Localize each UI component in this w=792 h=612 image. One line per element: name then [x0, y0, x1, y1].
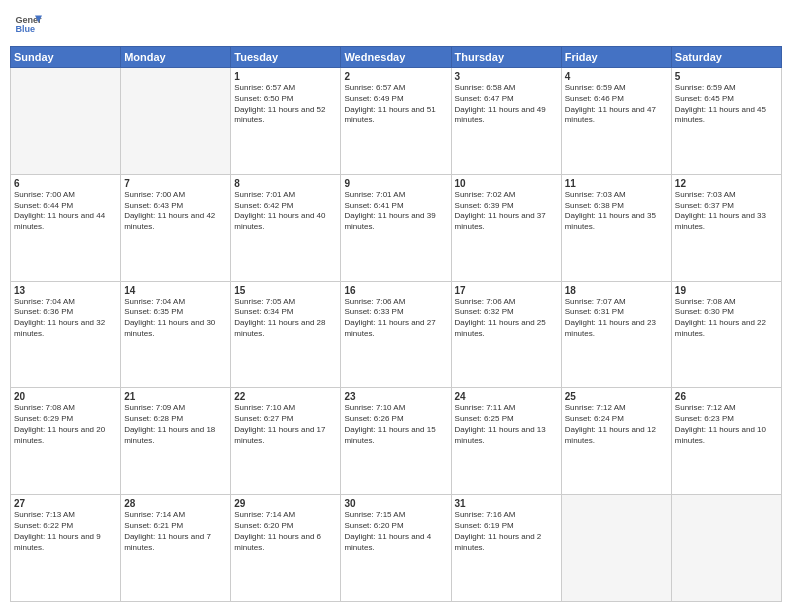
day-info: Sunrise: 7:05 AM Sunset: 6:34 PM Dayligh… [234, 297, 337, 340]
calendar-cell: 11Sunrise: 7:03 AM Sunset: 6:38 PM Dayli… [561, 174, 671, 281]
day-info: Sunrise: 7:01 AM Sunset: 6:41 PM Dayligh… [344, 190, 447, 233]
day-info: Sunrise: 7:14 AM Sunset: 6:21 PM Dayligh… [124, 510, 227, 553]
day-number: 30 [344, 498, 447, 509]
calendar-cell: 12Sunrise: 7:03 AM Sunset: 6:37 PM Dayli… [671, 174, 781, 281]
day-number: 4 [565, 71, 668, 82]
day-info: Sunrise: 7:06 AM Sunset: 6:32 PM Dayligh… [455, 297, 558, 340]
calendar-cell: 18Sunrise: 7:07 AM Sunset: 6:31 PM Dayli… [561, 281, 671, 388]
day-number: 5 [675, 71, 778, 82]
calendar-cell: 15Sunrise: 7:05 AM Sunset: 6:34 PM Dayli… [231, 281, 341, 388]
weekday-header-thursday: Thursday [451, 47, 561, 68]
calendar-cell: 30Sunrise: 7:15 AM Sunset: 6:20 PM Dayli… [341, 495, 451, 602]
calendar-cell: 14Sunrise: 7:04 AM Sunset: 6:35 PM Dayli… [121, 281, 231, 388]
day-number: 22 [234, 391, 337, 402]
calendar-cell: 3Sunrise: 6:58 AM Sunset: 6:47 PM Daylig… [451, 68, 561, 175]
calendar-cell: 10Sunrise: 7:02 AM Sunset: 6:39 PM Dayli… [451, 174, 561, 281]
calendar-cell: 13Sunrise: 7:04 AM Sunset: 6:36 PM Dayli… [11, 281, 121, 388]
calendar-cell: 22Sunrise: 7:10 AM Sunset: 6:27 PM Dayli… [231, 388, 341, 495]
calendar-cell: 17Sunrise: 7:06 AM Sunset: 6:32 PM Dayli… [451, 281, 561, 388]
day-info: Sunrise: 6:57 AM Sunset: 6:50 PM Dayligh… [234, 83, 337, 126]
day-number: 16 [344, 285, 447, 296]
weekday-header-sunday: Sunday [11, 47, 121, 68]
day-info: Sunrise: 7:01 AM Sunset: 6:42 PM Dayligh… [234, 190, 337, 233]
day-info: Sunrise: 7:03 AM Sunset: 6:38 PM Dayligh… [565, 190, 668, 233]
day-info: Sunrise: 7:03 AM Sunset: 6:37 PM Dayligh… [675, 190, 778, 233]
day-info: Sunrise: 6:59 AM Sunset: 6:46 PM Dayligh… [565, 83, 668, 126]
svg-text:Blue: Blue [15, 24, 35, 34]
day-number: 26 [675, 391, 778, 402]
calendar-cell: 25Sunrise: 7:12 AM Sunset: 6:24 PM Dayli… [561, 388, 671, 495]
calendar-cell: 20Sunrise: 7:08 AM Sunset: 6:29 PM Dayli… [11, 388, 121, 495]
day-info: Sunrise: 7:09 AM Sunset: 6:28 PM Dayligh… [124, 403, 227, 446]
day-number: 9 [344, 178, 447, 189]
calendar-cell: 31Sunrise: 7:16 AM Sunset: 6:19 PM Dayli… [451, 495, 561, 602]
week-row-1: 1Sunrise: 6:57 AM Sunset: 6:50 PM Daylig… [11, 68, 782, 175]
calendar-cell: 9Sunrise: 7:01 AM Sunset: 6:41 PM Daylig… [341, 174, 451, 281]
day-number: 12 [675, 178, 778, 189]
day-number: 2 [344, 71, 447, 82]
day-number: 23 [344, 391, 447, 402]
day-info: Sunrise: 7:10 AM Sunset: 6:27 PM Dayligh… [234, 403, 337, 446]
day-info: Sunrise: 7:15 AM Sunset: 6:20 PM Dayligh… [344, 510, 447, 553]
day-number: 31 [455, 498, 558, 509]
day-info: Sunrise: 7:06 AM Sunset: 6:33 PM Dayligh… [344, 297, 447, 340]
day-number: 3 [455, 71, 558, 82]
calendar-cell: 28Sunrise: 7:14 AM Sunset: 6:21 PM Dayli… [121, 495, 231, 602]
day-info: Sunrise: 7:00 AM Sunset: 6:44 PM Dayligh… [14, 190, 117, 233]
calendar-cell: 16Sunrise: 7:06 AM Sunset: 6:33 PM Dayli… [341, 281, 451, 388]
calendar-cell: 6Sunrise: 7:00 AM Sunset: 6:44 PM Daylig… [11, 174, 121, 281]
day-info: Sunrise: 7:04 AM Sunset: 6:36 PM Dayligh… [14, 297, 117, 340]
calendar-cell: 1Sunrise: 6:57 AM Sunset: 6:50 PM Daylig… [231, 68, 341, 175]
day-info: Sunrise: 7:11 AM Sunset: 6:25 PM Dayligh… [455, 403, 558, 446]
day-info: Sunrise: 6:58 AM Sunset: 6:47 PM Dayligh… [455, 83, 558, 126]
day-info: Sunrise: 7:02 AM Sunset: 6:39 PM Dayligh… [455, 190, 558, 233]
calendar-cell: 21Sunrise: 7:09 AM Sunset: 6:28 PM Dayli… [121, 388, 231, 495]
day-info: Sunrise: 7:10 AM Sunset: 6:26 PM Dayligh… [344, 403, 447, 446]
weekday-header-row: SundayMondayTuesdayWednesdayThursdayFrid… [11, 47, 782, 68]
day-number: 11 [565, 178, 668, 189]
day-number: 28 [124, 498, 227, 509]
day-number: 7 [124, 178, 227, 189]
day-number: 13 [14, 285, 117, 296]
day-number: 19 [675, 285, 778, 296]
day-info: Sunrise: 7:14 AM Sunset: 6:20 PM Dayligh… [234, 510, 337, 553]
day-number: 1 [234, 71, 337, 82]
calendar-cell: 5Sunrise: 6:59 AM Sunset: 6:45 PM Daylig… [671, 68, 781, 175]
day-number: 21 [124, 391, 227, 402]
calendar-cell: 2Sunrise: 6:57 AM Sunset: 6:49 PM Daylig… [341, 68, 451, 175]
day-number: 20 [14, 391, 117, 402]
week-row-4: 20Sunrise: 7:08 AM Sunset: 6:29 PM Dayli… [11, 388, 782, 495]
day-info: Sunrise: 7:00 AM Sunset: 6:43 PM Dayligh… [124, 190, 227, 233]
day-info: Sunrise: 6:59 AM Sunset: 6:45 PM Dayligh… [675, 83, 778, 126]
calendar-cell [11, 68, 121, 175]
header: General Blue [10, 10, 782, 38]
weekday-header-wednesday: Wednesday [341, 47, 451, 68]
calendar-cell: 29Sunrise: 7:14 AM Sunset: 6:20 PM Dayli… [231, 495, 341, 602]
day-info: Sunrise: 7:08 AM Sunset: 6:29 PM Dayligh… [14, 403, 117, 446]
day-info: Sunrise: 7:12 AM Sunset: 6:23 PM Dayligh… [675, 403, 778, 446]
day-number: 25 [565, 391, 668, 402]
day-info: Sunrise: 7:07 AM Sunset: 6:31 PM Dayligh… [565, 297, 668, 340]
day-number: 17 [455, 285, 558, 296]
day-number: 15 [234, 285, 337, 296]
logo-icon: General Blue [14, 10, 42, 38]
day-info: Sunrise: 7:12 AM Sunset: 6:24 PM Dayligh… [565, 403, 668, 446]
day-info: Sunrise: 7:08 AM Sunset: 6:30 PM Dayligh… [675, 297, 778, 340]
day-number: 6 [14, 178, 117, 189]
day-number: 18 [565, 285, 668, 296]
weekday-header-friday: Friday [561, 47, 671, 68]
calendar-cell: 27Sunrise: 7:13 AM Sunset: 6:22 PM Dayli… [11, 495, 121, 602]
weekday-header-monday: Monday [121, 47, 231, 68]
day-info: Sunrise: 7:16 AM Sunset: 6:19 PM Dayligh… [455, 510, 558, 553]
calendar-table: SundayMondayTuesdayWednesdayThursdayFrid… [10, 46, 782, 602]
calendar-cell [561, 495, 671, 602]
day-number: 27 [14, 498, 117, 509]
calendar-cell: 24Sunrise: 7:11 AM Sunset: 6:25 PM Dayli… [451, 388, 561, 495]
calendar-cell: 26Sunrise: 7:12 AM Sunset: 6:23 PM Dayli… [671, 388, 781, 495]
day-number: 14 [124, 285, 227, 296]
calendar-cell: 8Sunrise: 7:01 AM Sunset: 6:42 PM Daylig… [231, 174, 341, 281]
weekday-header-saturday: Saturday [671, 47, 781, 68]
weekday-header-tuesday: Tuesday [231, 47, 341, 68]
day-number: 24 [455, 391, 558, 402]
day-number: 8 [234, 178, 337, 189]
